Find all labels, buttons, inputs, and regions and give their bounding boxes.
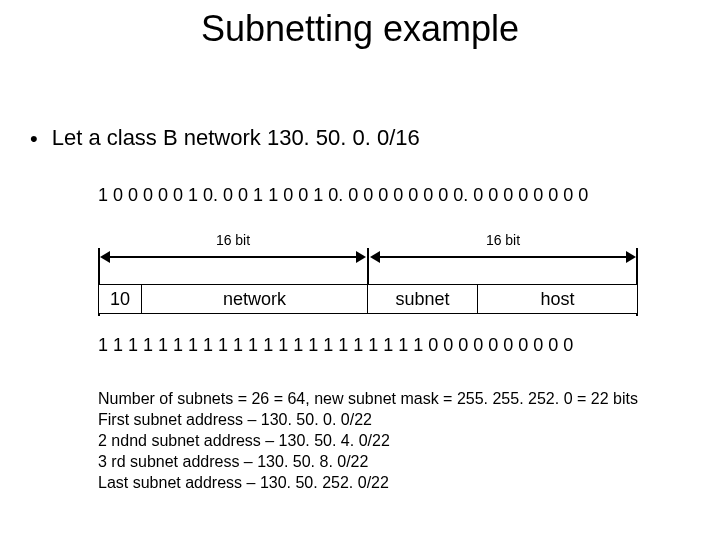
- notes-block: Number of subnets = 26 = 64, new subnet …: [98, 388, 638, 493]
- box-host: host: [477, 284, 638, 314]
- bullet-line: •Let a class B network 130. 50. 0. 0/16: [30, 125, 420, 151]
- dim-left-label: 16 bit: [98, 232, 368, 248]
- box-subnet: subnet: [367, 284, 478, 314]
- dim-right: 16 bit: [368, 238, 638, 270]
- note-line-5: Last subnet address – 130. 50. 252. 0/22: [98, 472, 638, 493]
- field-boxes: 10 network subnet host: [98, 284, 638, 316]
- note-line-4: 3 rd subnet address – 130. 50. 8. 0/22: [98, 451, 638, 472]
- arrow-right-icon: [356, 251, 366, 263]
- bullet-dot-icon: •: [30, 128, 38, 150]
- note-line-3: 2 ndnd subnet address – 130. 50. 4. 0/22: [98, 430, 638, 451]
- binary-mask-bottom: 1 1 1 1 1 1 1 1 1 1 1 1 1 1 1 1 1 1 1 1 …: [98, 335, 573, 356]
- dim-left-line: [108, 256, 358, 258]
- binary-address-top: 1 0 0 0 0 0 1 0. 0 0 1 1 0 0 1 0. 0 0 0 …: [98, 185, 588, 206]
- bit-diagram: 16 bit 16 bit 10 network subnet host: [98, 238, 638, 338]
- slide: Subnetting example •Let a class B networ…: [0, 0, 720, 540]
- note-line-2: First subnet address – 130. 50. 0. 0/22: [98, 409, 638, 430]
- arrow-right-icon: [626, 251, 636, 263]
- dim-right-label: 16 bit: [368, 232, 638, 248]
- box-class-bits: 10: [98, 284, 142, 314]
- dim-right-line: [378, 256, 628, 258]
- dim-left: 16 bit: [98, 238, 368, 270]
- bullet-text: Let a class B network 130. 50. 0. 0/16: [52, 125, 420, 150]
- box-network: network: [141, 284, 368, 314]
- note-line-1: Number of subnets = 26 = 64, new subnet …: [98, 388, 638, 409]
- page-title: Subnetting example: [0, 8, 720, 50]
